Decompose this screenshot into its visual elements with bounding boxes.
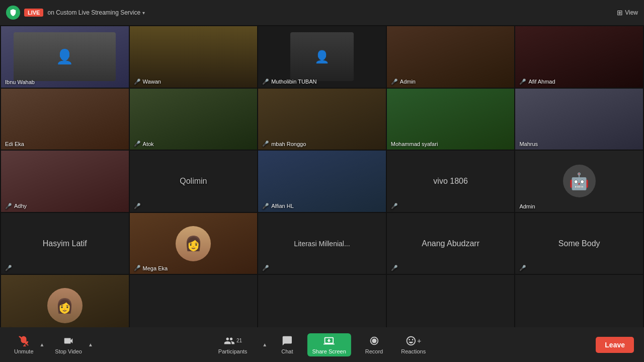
video-cell-admin2: 🤖 Admin	[515, 151, 643, 212]
hasyim-name-display: Hasyim Latif	[1, 213, 129, 274]
participant-name-hasyim: 🎤	[5, 265, 12, 271]
record-button[interactable]: Record	[361, 333, 387, 356]
mute-icon-mbah: 🎤	[262, 140, 269, 147]
view-button[interactable]: ⊞ View	[617, 9, 638, 17]
participant-name-mega: 🎤 Mega Eka	[134, 265, 168, 271]
participants-dropdown-arrow[interactable]: ▲	[262, 342, 267, 347]
top-bar-right: ⊞ View	[617, 9, 638, 17]
top-bar: LIVE on Custom Live Streaming Service ▾ …	[0, 0, 644, 25]
video-cell-mbah: 🎤 mbah Ronggo	[258, 89, 386, 150]
view-label: View	[625, 9, 638, 16]
participant-name-vivo: 🎤	[391, 203, 398, 209]
vivo-name: vivo 1806	[433, 177, 468, 186]
leave-button[interactable]: Leave	[596, 337, 634, 353]
chat-button[interactable]: Chat	[277, 333, 297, 356]
mute-icon-admin1: 🎤	[391, 79, 398, 85]
video-cell-mahrus: Mahrus	[515, 89, 643, 150]
mute-icon-anang: 🎤	[391, 265, 398, 271]
mute-icon-literasi: 🎤	[262, 265, 269, 271]
video-ibnu: 👤	[1, 26, 129, 88]
afif-name: Afif Ahmad	[528, 79, 555, 85]
participants-label: Participants	[218, 348, 247, 354]
participant-name-adhy: 🎤 Adhy	[5, 203, 27, 209]
record-icon	[368, 335, 379, 346]
participant-name-ibnu: Ibnu Wahab	[5, 79, 35, 85]
participant-name-somebody: 🎤	[519, 265, 526, 271]
atok-name: Atok	[143, 141, 154, 147]
unmute-button[interactable]: Unmute	[10, 333, 38, 356]
participant-name-mahrus: Mahrus	[519, 141, 538, 147]
video-cell-ibnu-wahab: 👤 Ibnu Wahab	[1, 26, 129, 88]
stop-video-button[interactable]: Stop Video	[51, 333, 86, 356]
video-edi	[1, 89, 129, 150]
share-screen-button[interactable]: Share Screen	[307, 333, 351, 356]
participant-name-admin1: 🎤 Admin	[391, 79, 416, 85]
video-cell-vivo: vivo 1806 🎤	[387, 151, 515, 212]
microphone-muted-icon	[18, 335, 29, 346]
unmute-dropdown-arrow[interactable]: ▲	[40, 342, 45, 347]
anang-name: Anang Abudzarr	[422, 239, 479, 248]
video-moham	[387, 89, 515, 150]
grid-icon: ⊞	[617, 9, 623, 17]
video-cell-hasyim: Hasyim Latif 🎤	[1, 213, 129, 274]
streaming-dropdown-arrow[interactable]: ▾	[142, 10, 145, 16]
qolimin-name: Qolimin	[180, 177, 207, 186]
somebody-name-display: Some Body	[515, 213, 643, 274]
literasi-name: Literasi Millenial...	[294, 240, 350, 248]
video-cell-alfian: 🎤 Alfian HL	[258, 151, 386, 212]
video-cell-wawan: 🎤 Wawan	[130, 26, 258, 88]
participant-name-moham: Mohammad syafari	[391, 141, 438, 147]
video-cell-anang: Anang Abudzarr 🎤	[387, 213, 515, 274]
participant-name-afif: 🎤 Afif Ahmad	[519, 79, 555, 85]
participant-name-qolimin: 🎤	[134, 203, 141, 209]
participant-name-mbah: 🎤 mbah Ronggo	[262, 140, 306, 147]
mute-icon-mega: 🎤	[134, 265, 141, 271]
reactions-button[interactable]: + Reactions	[397, 333, 430, 356]
bottom-bar: Unmute ▲ Stop Video ▲ 21 Participants ▲	[0, 327, 644, 362]
participants-button[interactable]: 21 Participants	[214, 333, 251, 356]
shield-icon	[6, 6, 20, 20]
video-admin2: 🤖	[515, 151, 643, 212]
alfian-name: Alfian HL	[271, 203, 294, 209]
mbah-name: mbah Ronggo	[271, 141, 306, 147]
participant-name-mutholibin: 🎤 Mutholibin TUBAN	[262, 79, 316, 85]
wawan-name: Wawan	[143, 79, 161, 85]
ibnu-name: Ibnu Wahab	[5, 79, 35, 85]
participant-name-atok: 🎤 Atok	[134, 140, 154, 147]
toolbar-center: 21 Participants ▲ Chat Share Screen	[214, 333, 430, 356]
video-icon	[63, 335, 74, 346]
mahrus-name: Mahrus	[519, 141, 538, 147]
video-cell-literasi: Literasi Millenial... 🎤	[258, 213, 386, 274]
toolbar-left: Unmute ▲ Stop Video ▲	[10, 333, 93, 356]
adhy-name: Adhy	[14, 203, 27, 209]
qolimin-name-display: Qolimin	[130, 151, 258, 212]
share-screen-label: Share Screen	[312, 348, 346, 354]
video-cell-admin1: 🎤 Admin	[387, 26, 515, 88]
participant-name-literasi: 🎤	[262, 265, 269, 271]
live-badge: LIVE	[24, 9, 43, 17]
video-cell-moham: Mohammad syafari	[387, 89, 515, 150]
reactions-icon: +	[406, 335, 421, 346]
chat-icon	[282, 335, 293, 346]
mute-icon-qolimin: 🎤	[134, 203, 141, 209]
participant-name-edi: Edi Eka	[5, 141, 24, 147]
video-dropdown-arrow[interactable]: ▲	[88, 342, 93, 347]
mega-name: Mega Eka	[143, 265, 168, 271]
video-cell-somebody: Some Body 🎤	[515, 213, 643, 274]
edi-name: Edi Eka	[5, 141, 24, 147]
admin2-name: Admin	[519, 203, 535, 209]
video-cell-qolimin: Qolimin 🎤	[130, 151, 258, 212]
video-cell-edi: Edi Eka	[1, 89, 129, 150]
reactions-label: Reactions	[401, 348, 426, 354]
video-cell-mutholibin: 👤 🎤 Mutholibin TUBAN	[258, 26, 386, 88]
mutholibin-name: Mutholibin TUBAN	[271, 79, 316, 85]
mute-icon-hasyim: 🎤	[5, 265, 12, 271]
mute-icon-atok: 🎤	[134, 140, 141, 147]
stop-video-label: Stop Video	[55, 348, 82, 354]
mute-icon-adhy: 🎤	[5, 203, 12, 209]
participant-name-wawan: 🎤 Wawan	[134, 79, 161, 85]
participants-icon: 21	[223, 335, 242, 346]
moham-name: Mohammad syafari	[391, 141, 438, 147]
mute-icon-somebody: 🎤	[519, 265, 526, 271]
hasyim-name: Hasyim Latif	[43, 239, 87, 248]
